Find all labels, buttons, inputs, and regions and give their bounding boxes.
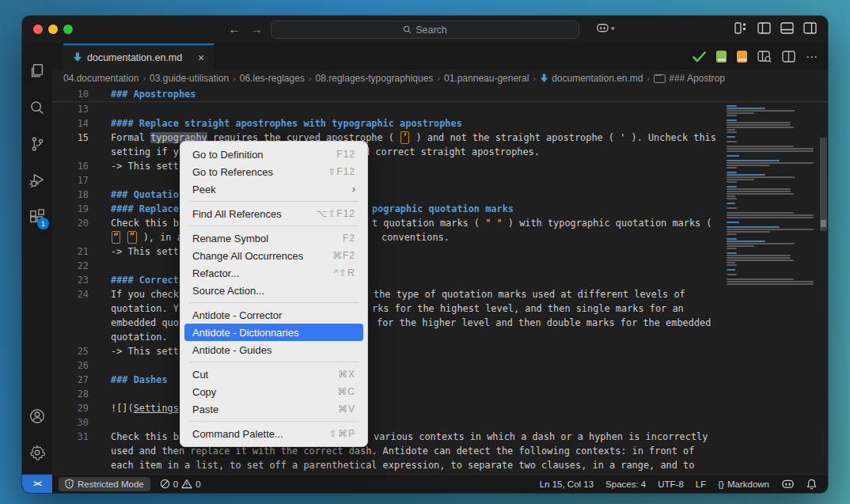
- breadcrumb-item[interactable]: documentation.en.md: [540, 73, 643, 84]
- editor-row: 31Check this bvarious contexts in which …: [52, 430, 828, 444]
- editor-row: 25-> This sett: [52, 344, 828, 358]
- minimap-line: [727, 186, 737, 188]
- minimap-line: [727, 245, 754, 247]
- minimap-line: [727, 207, 737, 209]
- breadcrumb-item[interactable]: 03.guide-utilisation: [150, 73, 229, 84]
- errors-icon: [160, 479, 170, 489]
- history-forward-button[interactable]: →: [249, 22, 264, 36]
- editor-row: 16-> This sett: [52, 159, 828, 173]
- minimap-line: [727, 283, 814, 285]
- cursor-position[interactable]: Ln 15, Col 13: [540, 479, 594, 489]
- menu-item-cut[interactable]: Cut⌘X: [184, 366, 363, 383]
- close-window-button[interactable]: [33, 25, 43, 34]
- minimap-line: [727, 141, 737, 142]
- breadcrumb-label: 04.documentation: [63, 73, 139, 84]
- minimap-line: [727, 198, 737, 199]
- menu-item-shortcut: ⌘V: [338, 404, 355, 415]
- breadcrumb-item[interactable]: 04.documentation: [63, 73, 139, 84]
- line-number: 31: [52, 430, 89, 444]
- zoom-window-button[interactable]: [63, 25, 73, 34]
- menu-item-label: Refactor...: [192, 267, 334, 279]
- history-back-button[interactable]: ←: [226, 22, 242, 36]
- menu-item-command-palette[interactable]: Command Palette...⇧⌘P: [184, 425, 363, 442]
- editor-row: 18### Quotatio: [52, 188, 828, 202]
- breadcrumb-item[interactable]: ### Apostrop: [654, 73, 725, 84]
- scrollbar-thumb[interactable]: [820, 138, 827, 231]
- unicode-highlight-char: ”: [127, 231, 136, 244]
- menu-item-antidote-dictionnaries[interactable]: Antidote - Dictionnaries: [184, 324, 363, 341]
- code-text: conventions.: [381, 232, 450, 243]
- tab-close-icon[interactable]: ×: [195, 51, 207, 64]
- indentation[interactable]: Spaces: 4: [605, 479, 646, 489]
- menu-item-shortcut: ⇧⌘P: [329, 428, 355, 439]
- menu-item-paste[interactable]: Paste⌘V: [184, 400, 363, 418]
- toggle-primary-sidebar-icon[interactable]: [757, 22, 771, 34]
- minimap-line: [727, 108, 765, 109]
- toggle-panel-icon[interactable]: [780, 22, 794, 34]
- antidote-guides-book-icon[interactable]: [716, 51, 727, 63]
- editor-scrollbar[interactable]: [819, 87, 828, 474]
- menu-item-go-to-references[interactable]: Go to References⇧F12: [184, 163, 363, 180]
- menu-item-change-all-occurrences[interactable]: Change All Occurrences⌘F2: [184, 247, 363, 264]
- minimap[interactable]: [727, 89, 815, 288]
- open-preview-icon[interactable]: [757, 51, 772, 63]
- line-text: -> This sett: [111, 244, 179, 259]
- menu-item-find-all-references[interactable]: Find All References⌥⇧F12: [184, 205, 363, 222]
- breadcrumb-item[interactable]: 01.panneau-general: [444, 73, 529, 84]
- menu-item-rename-symbol[interactable]: Rename SymbolF2: [184, 229, 363, 247]
- customize-layout-icon[interactable]: [734, 22, 748, 34]
- sidebar-item-source-control[interactable]: [22, 126, 52, 162]
- editor-row: 15Formal typography requires the curved …: [52, 131, 828, 145]
- command-center-search[interactable]: Search: [271, 21, 579, 39]
- problems-indicator[interactable]: 0 0: [160, 479, 201, 489]
- accounts-button[interactable]: [22, 398, 52, 434]
- minimap-line: [727, 179, 754, 180]
- split-editor-icon[interactable]: [782, 51, 795, 63]
- minimap-line: [727, 162, 814, 164]
- menu-item-peek[interactable]: Peek›: [184, 180, 363, 198]
- encoding[interactable]: UTF-8: [658, 479, 684, 489]
- menu-item-source-action[interactable]: Source Action...: [184, 282, 363, 299]
- breadcrumb-item[interactable]: 08.reglages-typographiques: [316, 73, 434, 84]
- settings-button[interactable]: [22, 434, 52, 471]
- editor-row: 14#### Replace straight apostrophes with…: [52, 116, 828, 131]
- sidebar-item-run-debug[interactable]: [22, 162, 52, 199]
- language-mode[interactable]: {}Markdown: [718, 479, 769, 489]
- editor-row: setting if yd correct straight apostroph…: [52, 145, 828, 159]
- editor-row: 20Check this bt quotation marks ( " " ) …: [52, 216, 828, 230]
- bell-icon[interactable]: [806, 479, 817, 490]
- breadcrumb-item[interactable]: 06.les-reglages: [240, 73, 305, 84]
- menu-item-go-to-definition[interactable]: Go to DefinitionF12: [184, 146, 363, 163]
- git-branch-icon: [28, 135, 46, 153]
- toggle-secondary-sidebar-icon[interactable]: [803, 22, 817, 34]
- menu-item-refactor[interactable]: Refactor...^⇧R: [184, 264, 363, 282]
- antidote-dictionary-book-icon[interactable]: [737, 51, 747, 63]
- line-number: 27: [52, 373, 89, 387]
- restricted-mode-chip[interactable]: Restricted Mode: [59, 477, 150, 491]
- menu-item-antidote-guides[interactable]: Antidote - Guides: [184, 341, 363, 358]
- sticky-scroll-row: 10### Apostrophes: [52, 87, 828, 102]
- menu-item-antidote-corrector[interactable]: Antidote - Corrector: [184, 306, 363, 324]
- sidebar-item-search[interactable]: [22, 89, 52, 126]
- minimap-line: [727, 129, 735, 131]
- minimap-line: [727, 252, 737, 254]
- menu-item-copy[interactable]: Copy⌘C: [184, 383, 363, 400]
- eol[interactable]: LF: [696, 479, 706, 489]
- minimap-line: [727, 160, 780, 161]
- menu-item-label: Cut: [192, 369, 338, 381]
- files-icon: [28, 63, 46, 80]
- vscode-window: ← → Search ▾: [22, 16, 828, 493]
- minimap-line: [727, 188, 791, 190]
- tab-documentation-en-md[interactable]: documentation.en.md ×: [63, 44, 214, 70]
- minimize-window-button[interactable]: [48, 25, 58, 34]
- check-icon[interactable]: [693, 51, 706, 63]
- copilot-menu-button[interactable]: ▾: [596, 22, 615, 34]
- more-actions-icon[interactable]: ⋯: [806, 50, 818, 64]
- code-text: for the higher level and then double mar…: [377, 317, 711, 328]
- remote-indicator[interactable]: ><: [22, 475, 52, 494]
- copilot-status-icon[interactable]: [781, 479, 795, 490]
- sidebar-item-extensions[interactable]: 1: [22, 199, 52, 235]
- breadcrumb-separator: ›: [308, 74, 313, 83]
- sidebar-item-explorer[interactable]: [22, 53, 52, 89]
- editor-pane[interactable]: 1314#### Replace straight apostrophes wi…: [52, 87, 828, 474]
